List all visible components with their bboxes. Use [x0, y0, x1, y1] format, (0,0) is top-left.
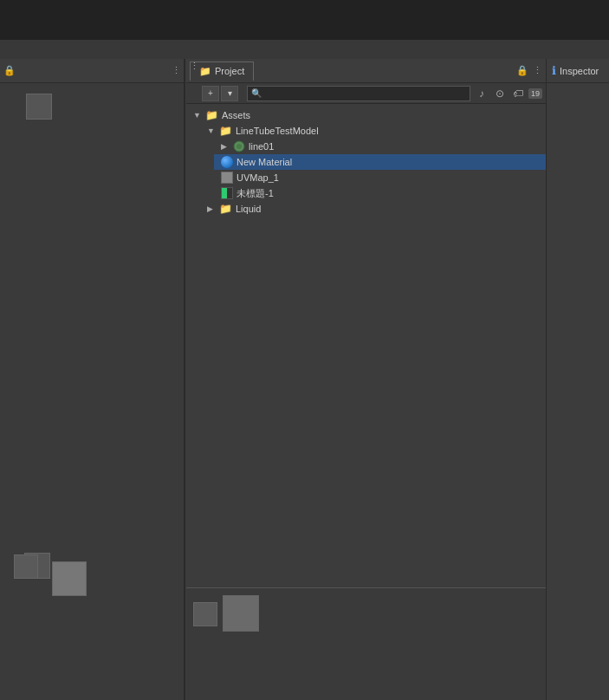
- folder-tab-icon: 📁: [199, 66, 211, 77]
- liquid-label: Liquid: [236, 204, 261, 214]
- liquid-folder-icon: 📁: [219, 203, 232, 215]
- left-thumb-bottom-3: [14, 554, 38, 579]
- inspector-title: Inspector: [560, 66, 599, 76]
- new-material-item[interactable]: New Material: [214, 154, 546, 170]
- assets-children: ▼ 📁 LineTubeTestModel ▶: [186, 123, 546, 217]
- left-panel-lock-icon[interactable]: 🔒: [3, 65, 16, 76]
- untitled-label: 未標題-1: [236, 187, 274, 200]
- linetube-folder-icon: 📁: [219, 125, 232, 137]
- search-icon: 🔍: [251, 88, 262, 98]
- thumb-img-2: [223, 595, 259, 632]
- left-panel-more-icon[interactable]: ⋮: [172, 65, 181, 76]
- scope-filter-icon[interactable]: ⊙: [492, 86, 508, 101]
- main-area: 🔒 ⋮ 📁 Project 🔒 ⋮ ⋮ +: [0, 59, 609, 700]
- new-material-label: New Material: [236, 157, 292, 167]
- filter-badge: 19: [528, 88, 542, 99]
- uvmap-icon: [221, 172, 233, 184]
- linetube-label: LineTubeTestModel: [236, 126, 319, 136]
- left-thumb-bottom-2: [52, 561, 87, 596]
- thumb-item-1: [193, 602, 217, 626]
- toolbar-right-icons: ♪ ⊙ 🏷 19: [474, 86, 542, 101]
- linetube-children: ▶ line01 New Material: [200, 139, 546, 201]
- audio-filter-icon[interactable]: ♪: [474, 86, 489, 101]
- add-icon: +: [208, 88, 213, 98]
- line01-item[interactable]: ▶ line01: [214, 139, 546, 154]
- liquid-arrow: ▶: [207, 204, 216, 213]
- project-panel-header: 📁 Project 🔒 ⋮: [186, 59, 546, 83]
- assets-folder-icon: 📁: [205, 109, 218, 121]
- inspector-panel: ℹ Inspector: [546, 59, 609, 700]
- project-tab[interactable]: 📁 Project: [190, 62, 254, 81]
- search-bar[interactable]: 🔍: [247, 86, 470, 101]
- thumb-item-2: [223, 595, 259, 632]
- project-toolbar: ⋮ + ▾ 🔍 ♪ ⊙ 🏷 19: [186, 83, 546, 104]
- top-bar: [0, 0, 609, 40]
- line01-arrow: ▶: [221, 142, 230, 151]
- linetube-arrow: ▼: [207, 126, 216, 135]
- assets-arrow: ▼: [193, 111, 202, 120]
- left-divider: [184, 59, 185, 700]
- assets-root[interactable]: ▼ 📁 Assets: [186, 107, 546, 123]
- left-thumb-top: [26, 94, 52, 120]
- dropdown-icon: ▾: [228, 88, 232, 98]
- svg-point-1: [236, 144, 242, 149]
- left-panel: 🔒 ⋮: [0, 59, 185, 700]
- add-dropdown-button[interactable]: ▾: [221, 86, 238, 101]
- inspector-info-icon: ℹ: [552, 64, 556, 77]
- untitled-item[interactable]: 未標題-1: [214, 185, 546, 201]
- project-tab-label: Project: [215, 66, 244, 76]
- project-thumbnails: [186, 587, 546, 700]
- assets-label: Assets: [222, 110, 250, 120]
- uvmap-item[interactable]: UVMap_1: [214, 170, 546, 185]
- uvmap-label: UVMap_1: [236, 172, 279, 183]
- thumb-img-1: [193, 602, 217, 626]
- toolbar-vertical-dots[interactable]: ⋮: [190, 61, 199, 72]
- project-more-icon[interactable]: ⋮: [533, 65, 542, 76]
- menu-bar: [0, 40, 609, 59]
- line01-icon: [233, 140, 245, 152]
- linetube-folder[interactable]: ▼ 📁 LineTubeTestModel: [200, 123, 546, 139]
- tag-filter-icon[interactable]: 🏷: [510, 86, 526, 101]
- inspector-header: ℹ Inspector: [547, 59, 609, 83]
- untitled-icon: [221, 187, 233, 199]
- search-input[interactable]: [262, 88, 466, 99]
- line01-label: line01: [249, 141, 274, 152]
- liquid-folder[interactable]: ▶ 📁 Liquid: [200, 201, 546, 217]
- project-panel: 📁 Project 🔒 ⋮ ⋮ + ▾ 🔍 ♪: [186, 59, 546, 700]
- file-tree: ▼ 📁 Assets ▼ 📁 LineTubeTestModel ▶: [186, 104, 546, 587]
- project-lock-icon[interactable]: 🔒: [516, 65, 528, 76]
- left-panel-header: 🔒 ⋮: [0, 59, 185, 83]
- new-material-icon: [221, 156, 233, 168]
- add-button[interactable]: +: [202, 86, 219, 101]
